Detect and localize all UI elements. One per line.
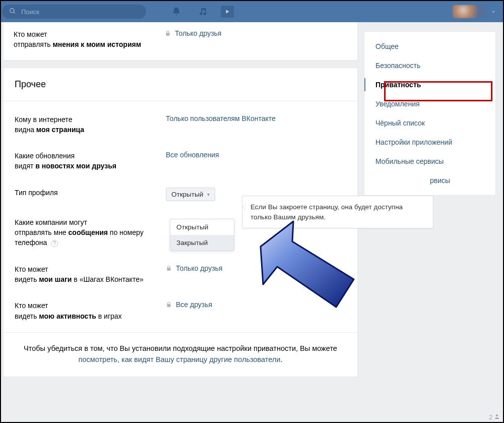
svg-point-2 [496,414,498,416]
nav-blacklist[interactable]: Чёрный список [364,113,495,133]
badge-count: 2 [489,414,492,421]
setting-row-games: Кто может видеть мою активность в играх … [4,292,357,329]
lock-icon [166,301,172,308]
setting-value-text: Только друзья [175,29,221,37]
help-icon[interactable]: ? [51,240,58,247]
profile-type-menu: Открытый Закрытый [170,219,234,251]
nav-security[interactable]: Безопасность [364,56,495,75]
lock-icon [166,265,172,272]
caret-down-icon: ▾ [207,192,210,197]
search-input[interactable] [21,8,139,16]
setting-row-updates: Какие обновления видят в новостях мои др… [4,143,357,179]
person-icon [494,413,500,421]
setting-row: Кто может отправлять мнения к моим истор… [4,22,357,60]
top-icons [168,4,234,20]
option-open[interactable]: Открытый [170,219,234,235]
profile-type-tooltip: Если Вы закроете страницу, она будет дос… [242,196,433,228]
svg-point-0 [10,8,14,12]
top-right[interactable] [453,5,498,18]
setting-row-visibility: Кому в интернете видна моя страница Толь… [4,106,357,143]
setting-value[interactable]: Все обновления [166,151,346,159]
topbar [1,1,503,22]
nav-app-settings[interactable]: Настройки приложений [364,133,495,152]
profile-type-dropdown[interactable]: Открытый ▾ [166,188,215,201]
setting-value[interactable]: Только друзья [166,264,346,272]
search-icon [9,8,16,16]
nav-notifications[interactable]: Уведомления [364,94,495,113]
svg-line-1 [14,12,15,13]
settings-nav: Общее Безопасность Приватность Уведомлен… [364,31,496,196]
privacy-footnote: Чтобы убедиться в том, что Вы установили… [4,332,357,377]
setting-value[interactable]: Только пользователям ВКонтакте [166,114,346,123]
nav-general[interactable]: Общее [364,37,495,56]
lock-icon [165,30,171,37]
nav-privacy[interactable]: Приватность [364,75,495,94]
setting-label: Кто может отправлять мнения к моим истор… [14,29,165,50]
section-title: Прочее [4,68,357,101]
nav-payment[interactable]: рвисы [364,171,495,190]
setting-row-steps: Кто может видеть мои шаги в «Шагах ВКонт… [4,256,357,293]
avatar[interactable] [453,5,488,18]
nav-mobile[interactable]: Мобильные сервисы [364,152,495,171]
bell-icon[interactable] [168,4,184,20]
setting-value[interactable]: Только друзья [165,29,347,37]
preview-profile-link[interactable]: посмотреть, как видят Вашу страницу друг… [79,355,281,364]
chevron-down-icon [491,8,496,16]
search-wrap[interactable] [2,5,146,19]
music-icon[interactable] [195,4,211,20]
play-icon[interactable] [221,6,234,18]
option-closed[interactable]: Закрытый [170,235,234,251]
setting-value[interactable]: Все друзья [166,300,346,309]
visitor-badge: 2 [489,413,500,421]
